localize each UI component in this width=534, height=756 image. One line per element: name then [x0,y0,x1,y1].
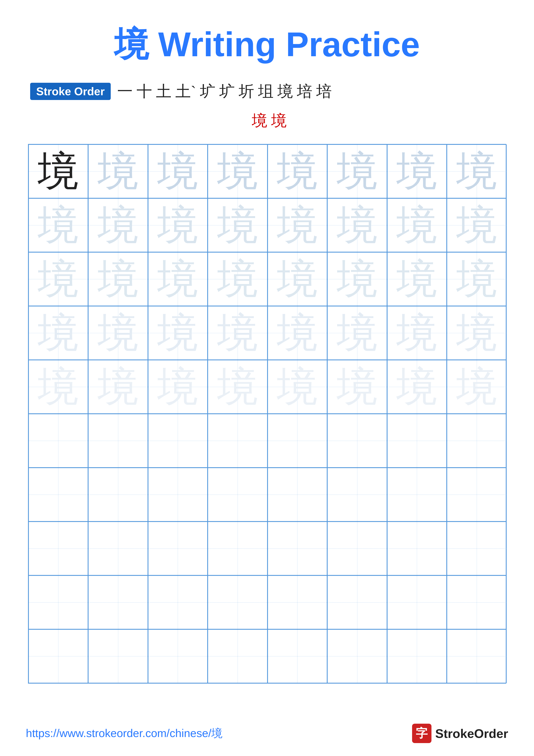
grid-cell-empty[interactable] [447,576,507,629]
grid-cell-empty[interactable] [267,576,327,629]
grid-cell[interactable]: 境 [208,198,267,252]
grid-cell[interactable]: 境 [387,145,447,198]
practice-char: 境 [396,258,437,300]
grid-cell-empty[interactable] [387,468,447,522]
grid-cell-empty[interactable] [208,414,267,468]
grid-cell-empty[interactable] [208,468,267,522]
grid-cell[interactable]: 境 [447,252,507,306]
grid-cell-empty[interactable] [267,414,327,468]
grid-cell-empty[interactable] [88,468,148,522]
grid-cell-empty[interactable] [327,576,387,629]
grid-cell[interactable]: 境 [447,360,507,414]
grid-cell[interactable]: 境 [88,306,148,360]
grid-cell[interactable]: 境 [148,145,208,198]
stroke-order-badge: Stroke Order [30,83,111,100]
grid-cell[interactable]: 境 [447,198,507,252]
practice-char: 境 [157,258,198,300]
grid-cell-empty[interactable] [327,522,387,576]
grid-cell-empty[interactable] [148,522,208,576]
grid-cell[interactable]: 境 [88,252,148,306]
grid-cell-empty[interactable] [88,414,148,468]
practice-char: 境 [337,151,378,192]
grid-cell[interactable]: 境 [387,360,447,414]
grid-cell-empty[interactable] [88,522,148,576]
practice-char: 境 [38,205,79,246]
grid-cell-empty[interactable] [208,522,267,576]
grid-cell[interactable]: 境 [387,198,447,252]
grid-cell[interactable]: 境 [28,198,88,252]
grid-cell-empty[interactable] [28,414,88,468]
grid-cell-empty[interactable] [387,522,447,576]
practice-char: 境 [38,366,79,407]
grid-cell-empty[interactable] [28,522,88,576]
practice-char: 境 [277,312,318,353]
grid-cell[interactable]: 境 [208,360,267,414]
grid-cell-empty[interactable] [148,468,208,522]
grid-cell-empty[interactable] [327,468,387,522]
grid-cell-empty[interactable] [208,576,267,629]
stroke-1: 一 [117,81,133,102]
grid-cell[interactable]: 境 [28,252,88,306]
grid-cell[interactable]: 境 [28,145,88,198]
grid-cell[interactable]: 境 [387,306,447,360]
practice-char: 境 [456,151,497,192]
grid-cell-empty[interactable] [148,576,208,629]
practice-char: 境 [337,312,378,353]
practice-char: 境 [217,312,258,353]
footer-url[interactable]: https://www.strokeorder.com/chinese/境 [26,726,222,741]
stroke-row2-1: 境 [252,110,267,131]
grid-cell[interactable]: 境 [208,306,267,360]
grid-cell-empty[interactable] [387,414,447,468]
grid-cell[interactable]: 境 [148,360,208,414]
grid-cell-empty[interactable] [28,468,88,522]
grid-cell-empty[interactable] [28,576,88,629]
grid-cell-empty[interactable] [327,414,387,468]
grid-cell-empty[interactable] [447,629,507,683]
grid-cell[interactable]: 境 [327,360,387,414]
practice-char: 境 [396,312,437,353]
grid-cell-empty[interactable] [447,468,507,522]
grid-cell-empty[interactable] [267,629,327,683]
practice-char: 境 [157,205,198,246]
grid-cell-empty[interactable] [208,629,267,683]
grid-cell-empty[interactable] [28,629,88,683]
grid-cell-empty[interactable] [88,629,148,683]
grid-cell[interactable]: 境 [88,198,148,252]
grid-cell[interactable]: 境 [88,360,148,414]
grid-cell-empty[interactable] [387,576,447,629]
grid-cell[interactable]: 境 [447,306,507,360]
grid-cell[interactable]: 境 [267,252,327,306]
grid-cell[interactable]: 境 [28,306,88,360]
practice-char: 境 [217,366,258,407]
grid-cell[interactable]: 境 [327,306,387,360]
grid-cell[interactable]: 境 [88,145,148,198]
grid-cell[interactable]: 境 [267,306,327,360]
grid-cell[interactable]: 境 [148,198,208,252]
grid-cell[interactable]: 境 [267,360,327,414]
grid-cell[interactable]: 境 [208,252,267,306]
practice-char: 境 [217,205,258,246]
practice-char: 境 [38,151,79,192]
grid-cell-empty[interactable] [267,468,327,522]
grid-cell[interactable]: 境 [208,145,267,198]
practice-char: 境 [277,205,318,246]
grid-cell[interactable]: 境 [387,252,447,306]
grid-cell[interactable]: 境 [267,198,327,252]
grid-cell-empty[interactable] [387,629,447,683]
grid-cell-empty[interactable] [447,414,507,468]
grid-cell[interactable]: 境 [327,252,387,306]
grid-cell[interactable]: 境 [148,306,208,360]
grid-cell[interactable]: 境 [267,145,327,198]
grid-cell-empty[interactable] [148,629,208,683]
grid-cell-empty[interactable] [447,522,507,576]
practice-char: 境 [337,366,378,407]
grid-cell-empty[interactable] [327,629,387,683]
grid-cell-empty[interactable] [88,576,148,629]
grid-cell-empty[interactable] [267,522,327,576]
grid-cell[interactable]: 境 [327,145,387,198]
grid-cell[interactable]: 境 [28,360,88,414]
grid-cell[interactable]: 境 [447,145,507,198]
grid-cell-empty[interactable] [148,414,208,468]
grid-cell[interactable]: 境 [327,198,387,252]
grid-cell[interactable]: 境 [148,252,208,306]
